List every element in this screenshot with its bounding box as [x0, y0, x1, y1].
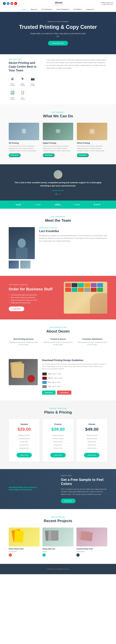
dot-3[interactable] — [59, 194, 60, 195]
download-opt-4: Grey - A3 ½ × 11 in — [42, 385, 63, 388]
sample-cta-button[interactable]: Get It Free — [61, 498, 76, 503]
standard-select-button[interactable]: Select Plan — [16, 453, 32, 458]
std-feat-2: Standard Service — [11, 437, 37, 440]
projects-label: Web Showcase — [9, 516, 107, 518]
hero-cta-button[interactable]: Learn More Now — [48, 41, 68, 46]
std-feat-1: Standard Content — [11, 434, 37, 437]
service-3d-readmore[interactable]: Read More — [9, 154, 20, 157]
service-3d-desc: Lorem ipsum dolor sit amet, consectetur … — [9, 145, 39, 152]
nav-work[interactable]: Our Work ▾ — [74, 8, 82, 10]
pricing-card-standard: Standard $29.00 Standard Content Standar… — [9, 419, 40, 462]
download-opt-1-label: Black - F1 ½ × 11 in — [48, 373, 61, 375]
team-label: Our Leadership — [9, 216, 107, 218]
team-photo — [9, 227, 35, 259]
order-right — [64, 282, 107, 314]
service-offset-desc: Lorem ipsum dolor sit amet, consectetur … — [77, 145, 107, 152]
ultimate-select-button[interactable]: Select Plan — [84, 453, 100, 458]
partner-apec: ▲ apec — [35, 204, 41, 206]
premium-features: Premium Content Premium Service Premium … — [45, 434, 70, 450]
learn-more-button[interactable]: Learn More — [57, 390, 71, 395]
std-feat-4: Standard Plan — [11, 444, 37, 447]
service-digital-desc: Lorem ipsum dolor sit amet, consectetur … — [43, 145, 73, 152]
svg-rect-2 — [56, 129, 60, 132]
team-thumb-1[interactable] — [9, 260, 19, 268]
photo-print-label: PhotoPrinting — [30, 83, 35, 86]
googleplus-icon[interactable]: g+ — [10, 2, 13, 5]
order-feature-4: Totally take the best product — [9, 302, 58, 304]
ult-feat-3: Design Work — [79, 440, 105, 444]
download-button[interactable]: Download — [42, 390, 56, 395]
about-col-2-text: Placerat justo vitae donec feugiat turpi… — [43, 341, 73, 346]
about-col-satisfaction: Customer Satisfaction Placerat justo vit… — [77, 338, 107, 346]
prm-feat-3: Premium Work — [45, 440, 70, 444]
flex-print-icon: 📋 — [19, 89, 26, 96]
pricing-label: Choose Your Plan — [9, 408, 107, 409]
about-col-trusted: Trusted & Secure Placerat justo vitae do… — [43, 338, 73, 346]
service-icon-digital: 🖱 DigitalPrinting — [19, 75, 26, 86]
offset-print-icon: 🔄 — [9, 89, 16, 96]
ult-feat-1: Ultimate Content — [79, 434, 105, 437]
standard-plan-name: Standard — [11, 423, 37, 425]
service-offset-readmore[interactable]: Read More — [77, 154, 89, 157]
order-cta-button[interactable]: Learn More — [9, 306, 24, 311]
project-2-dot[interactable]: + — [42, 554, 46, 556]
svg-point-8 — [18, 238, 26, 248]
project-1-title: Flickr Power Print — [9, 548, 40, 550]
download-opt-3: Blue - A6 ½ × 11 in — [42, 381, 63, 384]
project-3-category: Photography — [76, 551, 107, 552]
download-title: Download Printing Design Guidelines — [42, 359, 107, 362]
service-card-digital: Digital Printing Lorem ipsum dolor sit a… — [43, 123, 73, 157]
nav-contact[interactable]: Contact Us — [86, 8, 94, 10]
nav-services[interactable]: Our Services ▾ — [42, 8, 52, 10]
team-thumb-2[interactable] — [20, 260, 30, 268]
hero-section: Welcome to Dexen Company Trusted Printin… — [0, 12, 116, 54]
about-col-1-title: Best Printing Services — [9, 338, 39, 340]
nav-home[interactable]: Home — [22, 8, 26, 10]
order-section: Stationery Printing Order for Business S… — [0, 276, 116, 320]
service-offset-title: Offset Printing — [77, 142, 107, 144]
svg-point-1 — [22, 132, 26, 134]
services-overview: Our Services Dexen Printing and Copy Cen… — [0, 54, 116, 104]
digital-print-icon: 🖱 — [19, 75, 26, 82]
partner-terrot: ● terrot — [75, 204, 80, 206]
office-print-icon: 🖨 — [9, 75, 16, 82]
order-image — [64, 282, 107, 314]
testimonial-section: This is due to their excellent service, … — [0, 164, 116, 200]
project-3-title: Colorful Photo Print — [76, 548, 107, 550]
youtube-icon[interactable]: ▶ — [14, 2, 17, 5]
facebook-icon[interactable]: f — [3, 2, 6, 5]
nav-learn[interactable]: Learn Company ▾ — [57, 8, 69, 10]
project-2-title: Sticky Wee Tea — [42, 548, 73, 550]
about-label: Our Introduction — [9, 327, 107, 328]
download-opt-3-label: Blue - A6 ½ × 11 in — [48, 382, 60, 383]
sample-description: Print is invisible to the eye and the vi… — [61, 488, 107, 496]
twitter-icon[interactable]: t — [7, 2, 9, 5]
nav-about[interactable]: About Us — [31, 8, 37, 10]
standard-features: Standard Content Standard Service Design… — [11, 434, 37, 450]
sample-left-tagline: Beautifully Makes Every Business Card Un… — [9, 486, 38, 491]
office-print-label: OfficePrinting — [10, 83, 15, 86]
dot-1[interactable] — [56, 194, 57, 195]
ultimate-features: Ultimate Content Ultimate Service Design… — [79, 434, 105, 450]
order-feature-1: Professional designs with added files — [9, 294, 58, 296]
what-title: What We Can Do — [9, 114, 107, 118]
offset-print-label: OffsetPrinting — [10, 97, 15, 100]
download-section: Download Printing Design Guidelines Lore… — [0, 359, 116, 400]
team-role: Marketing Officer — [39, 227, 107, 229]
project-3-dot[interactable]: + — [76, 554, 80, 556]
hero-welcome: Welcome to Dexen Company — [48, 21, 68, 22]
service-digital-readmore[interactable]: Read More — [43, 154, 55, 157]
services-desc-text: Lorem ipsum dolor sit amet, consectetur … — [46, 58, 107, 70]
order-feature-2: Best choice of Business stationery — [9, 296, 58, 298]
ult-feat-2: Ultimate Service — [79, 437, 105, 440]
project-1-category: Photography — [9, 551, 40, 552]
sample-label: Order Free — [61, 475, 107, 476]
project-1-dot[interactable]: + — [9, 554, 12, 556]
standard-plan-price: $29.00 — [11, 427, 37, 432]
footer-copyright: © 2024 Dexen. All Rights Reserved. — [9, 568, 107, 570]
premium-select-button[interactable]: Select Plan — [50, 453, 66, 458]
services-label: Our Services — [9, 58, 41, 60]
partners-section: nexel ▲ apec edifas ● terrot ◈ terrot — [0, 200, 116, 209]
dot-2[interactable] — [57, 194, 59, 195]
team-main-image — [9, 227, 35, 268]
